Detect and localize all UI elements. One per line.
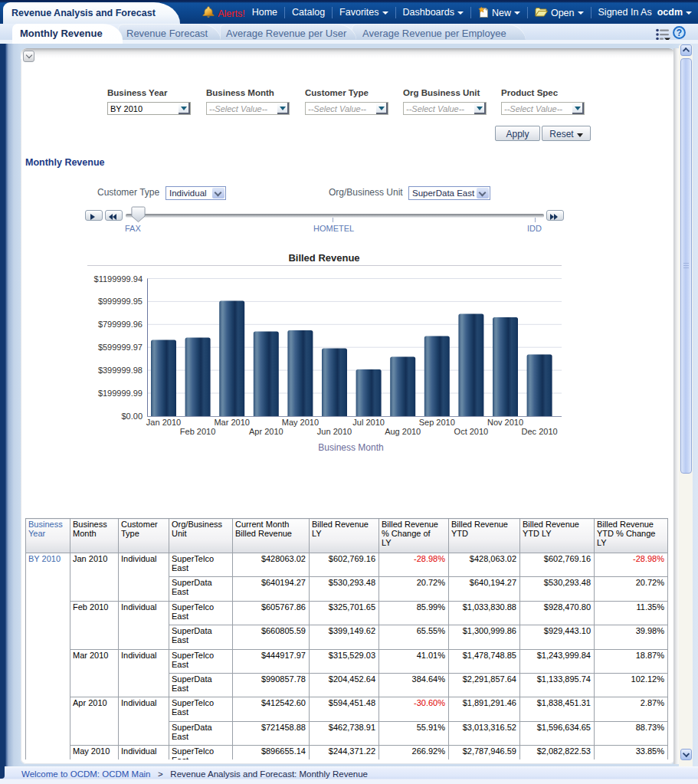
svg-text:Jul 2010: Jul 2010 xyxy=(352,418,385,427)
svg-text:Nov 2010: Nov 2010 xyxy=(487,418,523,427)
svg-text:Business Month: Business Month xyxy=(318,442,383,453)
svg-text:Sep 2010: Sep 2010 xyxy=(419,418,455,427)
svg-text:Aug 2010: Aug 2010 xyxy=(385,427,421,436)
svg-text:$1199999.94: $1199999.94 xyxy=(94,274,143,284)
svg-text:May 2010: May 2010 xyxy=(282,418,319,427)
svg-text:Apr 2010: Apr 2010 xyxy=(249,427,283,436)
svg-text:$0.00: $0.00 xyxy=(121,412,143,421)
svg-text:Jun 2010: Jun 2010 xyxy=(317,427,352,436)
svg-text:$799999.96: $799999.96 xyxy=(98,320,143,329)
svg-text:?: ? xyxy=(677,28,682,38)
svg-text:$199999.99: $199999.99 xyxy=(98,389,143,398)
svg-text:Jan 2010: Jan 2010 xyxy=(146,418,181,427)
svg-text:Oct 2010: Oct 2010 xyxy=(454,427,489,436)
svg-text:Dec 2010: Dec 2010 xyxy=(522,427,558,436)
svg-text:Billed Revenue: Billed Revenue xyxy=(288,252,359,264)
svg-text:Mar 2010: Mar 2010 xyxy=(214,418,249,427)
svg-text:$399999.98: $399999.98 xyxy=(98,366,143,375)
svg-text:$599999.97: $599999.97 xyxy=(98,343,143,352)
svg-text:$999999.95: $999999.95 xyxy=(98,297,143,306)
svg-text:Feb 2010: Feb 2010 xyxy=(180,427,215,436)
